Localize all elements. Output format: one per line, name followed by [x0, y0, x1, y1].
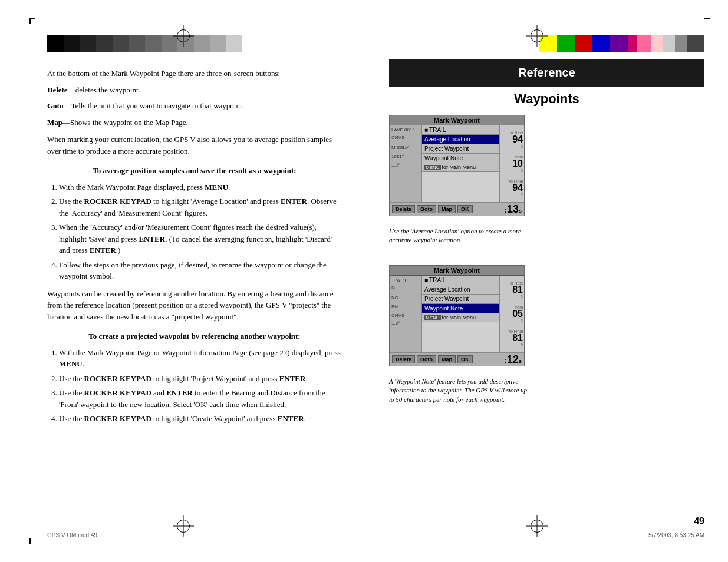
averaging-intro: When marking your current location, the … — [47, 134, 342, 157]
gps-wrapper-2: Mark Waypoint →WPT N NO Ele CNVS 1.2° — [389, 265, 548, 372]
page-number: 49 — [694, 516, 704, 527]
top-bar-left — [47, 35, 242, 52]
step-2-3: Use the ROCKER KEYPAD and ENTER to enter… — [59, 387, 342, 410]
left-column: At the bottom of the Mark Waypoint Page … — [0, 0, 365, 562]
gps-screenshot-1-container: Mark Waypoint LAVE 001° CNVS M SSLV 10€1… — [389, 115, 548, 254]
map-button-desc: Map—Shows the waypoint on the Map Page. — [47, 117, 342, 128]
section2-steps: With the Mark Waypoint Page or Waypoint … — [59, 347, 342, 425]
gps2-delete-btn: Delete — [392, 355, 415, 363]
step-1-3: When the 'Accuracy' and/or 'Measurement … — [59, 222, 342, 256]
right-column: Reference Waypoints Mark Waypoint LAVE 0… — [365, 0, 728, 562]
section1-heading: To average position samples and save the… — [47, 165, 342, 177]
top-bar-right — [539, 35, 704, 52]
step-1-2: Use the ROCKER KEYPAD to highlight 'Aver… — [59, 196, 342, 219]
section2-heading: To create a projected waypoint by refere… — [47, 330, 342, 342]
waypoints-title: Waypoints — [389, 91, 704, 107]
intro-text: At the bottom of the Mark Waypoint Page … — [47, 68, 342, 80]
reference-header: Reference — [389, 59, 704, 87]
step-2-1: With the Mark Waypoint Page or Waypoint … — [59, 347, 342, 370]
goto-desc: —Tells the unit that you want to navigat… — [63, 101, 243, 110]
projected-intro: Waypoints can be created by referencing … — [47, 288, 342, 323]
gps2-ok-btn: OK — [457, 355, 473, 363]
section1-steps: With the Mark Waypoint Page displayed, p… — [59, 181, 342, 282]
footer-left: GPS V OM.indd 49 — [47, 532, 97, 538]
gps2-bottom: Delete Goto Map OK : 12 s — [390, 352, 524, 366]
footer-right: 5/7/2003, 8:53:25 AM — [648, 532, 704, 538]
caption2: A 'Waypoint Note' feature lets you add d… — [389, 377, 531, 404]
crosshair-bottom — [177, 520, 190, 533]
step-2-4: Use the ROCKER KEYPAD to highlight 'Crea… — [59, 413, 342, 425]
crosshair-top-right — [531, 29, 543, 42]
gps-screenshot-2-container: Mark Waypoint →WPT N NO Ele CNVS 1.2° — [389, 265, 548, 414]
gps1-delete-btn: Delete — [392, 205, 415, 213]
crosshair-top — [177, 29, 190, 42]
main-content: At the bottom of the Mark Waypoint Page … — [47, 68, 342, 515]
delete-label: Delete — [47, 85, 68, 94]
gps2-goto-btn: Goto — [417, 355, 436, 363]
goto-button-desc: Goto—Tells the unit that you want to nav… — [47, 100, 342, 112]
map-desc: —Shows the waypoint on the Map Page. — [62, 118, 188, 127]
gps2-map-btn: Map — [438, 355, 456, 363]
gps1-bottom: Delete Goto Map OK : 13 s — [390, 202, 524, 216]
delete-desc: —deletes the waypoint. — [68, 85, 140, 94]
caption1: Use the 'Average Location' option to cre… — [389, 227, 531, 245]
gps1-map-btn: Map — [438, 205, 456, 213]
goto-label: Goto — [47, 101, 63, 110]
step-1-4: Follow the steps on the previous page, i… — [59, 259, 342, 282]
gps1-ok-btn: OK — [457, 205, 473, 213]
gps-wrapper-1: Mark Waypoint LAVE 001° CNVS M SSLV 10€1… — [389, 115, 548, 222]
gps-screenshot-1: Mark Waypoint LAVE 001° CNVS M SSLV 10€1… — [389, 115, 525, 216]
gps2-title: Mark Waypoint — [390, 266, 524, 276]
gps1-title: Mark Waypoint — [390, 115, 524, 125]
gps1-goto-btn: Goto — [417, 205, 436, 213]
crosshair-bottom-right — [531, 520, 543, 533]
step-2-2: Use the ROCKER KEYPAD to highlight 'Proj… — [59, 373, 342, 385]
map-label: Map — [47, 118, 62, 127]
delete-button-desc: Delete—deletes the waypoint. — [47, 84, 342, 96]
gps-screenshot-2: Mark Waypoint →WPT N NO Ele CNVS 1.2° — [389, 265, 525, 366]
step-1-1: With the Mark Waypoint Page displayed, p… — [59, 181, 342, 193]
